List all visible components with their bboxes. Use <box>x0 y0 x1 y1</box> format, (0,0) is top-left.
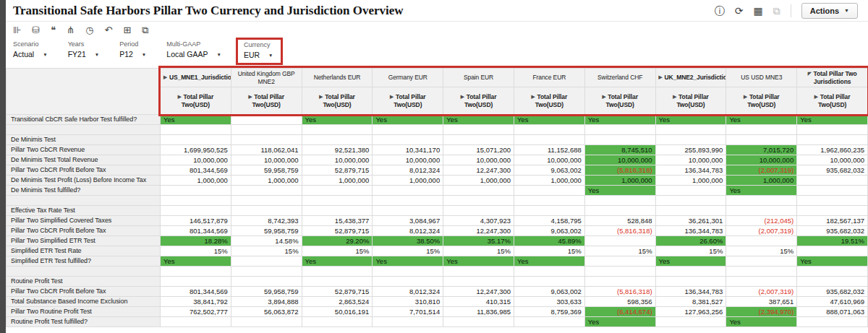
pov-member-dropdown[interactable]: P12▼ <box>119 50 146 59</box>
detach-grid-icon[interactable]: ⧉ <box>142 25 148 35</box>
expand-icon[interactable]: ▶ <box>602 94 605 99</box>
grid-cell[interactable]: 387,651 <box>726 297 797 307</box>
grid-cell[interactable] <box>584 206 655 216</box>
grid-cell[interactable] <box>514 135 584 145</box>
grid-cell[interactable]: 127,963,256 <box>655 307 726 317</box>
grid-cell[interactable]: 19.51% <box>797 236 868 246</box>
grid-cell[interactable] <box>726 125 797 135</box>
grid-cell[interactable]: 136,344,783 <box>655 165 726 176</box>
grid-cell[interactable]: 598,356 <box>584 297 655 307</box>
grid-cell[interactable]: 888,071,063 <box>797 307 868 317</box>
grid-cell[interactable]: 303,633 <box>514 297 584 307</box>
grid-cell[interactable]: 15% <box>161 246 231 256</box>
grid-cell[interactable]: 29.20% <box>302 236 373 246</box>
column-header[interactable]: ▶UK_MNE2_Jurisdiction <box>655 69 726 87</box>
grid-cell[interactable]: 52,879,715 <box>302 287 373 297</box>
grid-cell[interactable]: (5,816,318) <box>584 287 655 297</box>
grid-cell[interactable] <box>514 196 584 206</box>
grid-cell[interactable] <box>584 196 655 206</box>
grid-cell[interactable]: 1,000,000 <box>655 176 726 186</box>
grid-cell[interactable]: 18.28% <box>161 236 231 246</box>
grid-cell[interactable]: 136,344,783 <box>655 226 726 236</box>
column-header[interactable]: US USD MNE3 <box>726 69 797 87</box>
grid-cell[interactable]: 52,879,715 <box>302 226 373 236</box>
grid-cell[interactable] <box>726 135 797 145</box>
grid-cell[interactable]: 10,000,000 <box>726 155 797 165</box>
grid-cell[interactable] <box>797 206 868 216</box>
grid-cell[interactable] <box>302 135 373 145</box>
measure-header[interactable]: ▶Total Pillar Two(USD) <box>373 87 443 115</box>
grid-cell[interactable]: Yes <box>655 115 726 125</box>
grid-cell[interactable] <box>373 277 443 287</box>
grid-cell[interactable]: 410,315 <box>443 297 514 307</box>
grid-cell[interactable]: 3,084,967 <box>373 216 443 226</box>
grid-cell[interactable]: Yes <box>726 115 797 125</box>
grid-cell[interactable] <box>443 186 514 196</box>
expand-icon[interactable]: ▶ <box>659 74 663 79</box>
grid-cell[interactable] <box>373 186 443 196</box>
grid-cell[interactable] <box>231 277 302 287</box>
grid-cell[interactable]: Yes <box>161 115 231 125</box>
pov-member-dropdown[interactable]: FY21▼ <box>68 50 100 59</box>
grid-cell[interactable]: 10,000,000 <box>231 155 302 165</box>
grid-cell[interactable]: 10,000,000 <box>161 155 231 165</box>
expand-icon[interactable]: ▶ <box>178 94 182 99</box>
grid-cell[interactable] <box>655 206 726 216</box>
pov-member-dropdown[interactable]: Local GAAP▼ <box>166 50 221 59</box>
grid-cell[interactable]: Yes <box>373 115 443 125</box>
pov-member-dropdown[interactable]: Actual▼ <box>13 50 48 59</box>
grid-cell[interactable]: Yes <box>443 256 514 267</box>
grid-cell[interactable]: 26.60% <box>655 236 726 246</box>
grid-cell[interactable] <box>655 125 726 135</box>
grid-cell[interactable]: 935,682,032 <box>797 287 868 297</box>
column-header[interactable]: ▶US_MNE1_Jurisdiction <box>161 69 231 87</box>
grid-cell[interactable] <box>514 277 584 287</box>
grid-cell[interactable]: 52,879,715 <box>302 165 373 176</box>
grid-cell[interactable] <box>797 277 868 287</box>
grid-cell[interactable]: 10,341,170 <box>373 145 443 155</box>
column-header[interactable]: Spain EUR <box>443 69 514 87</box>
grid-cell[interactable]: Yes <box>726 186 797 196</box>
grid-cell[interactable] <box>655 196 726 206</box>
grid-cell[interactable] <box>302 317 373 327</box>
grid-cell[interactable] <box>302 206 373 216</box>
grid-cell[interactable]: 8,012,324 <box>373 165 443 176</box>
grid-cell[interactable] <box>726 206 797 216</box>
grid-cell[interactable]: 10,000,000 <box>514 155 584 165</box>
grid-cell[interactable]: 9,063,002 <box>514 165 584 176</box>
grid-cell[interactable] <box>302 125 373 135</box>
grid-cell[interactable]: 146,517,879 <box>161 216 231 226</box>
grid-cell[interactable] <box>726 256 797 267</box>
grid-cell[interactable] <box>514 206 584 216</box>
measure-header[interactable]: ▶Total Pillar Two(USD) <box>231 87 302 115</box>
grid-cell[interactable] <box>584 125 655 135</box>
grid-cell[interactable]: 47,610,969 <box>797 297 868 307</box>
grid-cell[interactable] <box>302 196 373 206</box>
grid-cell[interactable]: 59,958,759 <box>231 165 302 176</box>
grid-cell[interactable] <box>797 267 868 277</box>
grid-cell[interactable]: 1,962,860,235 <box>797 145 868 155</box>
grid-cell[interactable]: 7,015,720 <box>726 145 797 155</box>
column-header[interactable]: Germany EUR <box>373 69 443 87</box>
grid-cell[interactable] <box>584 135 655 145</box>
grid-cell[interactable]: 1,699,950,525 <box>161 145 231 155</box>
grid-cell[interactable]: (2,007,319) <box>726 165 797 176</box>
grid-cell[interactable] <box>373 267 443 277</box>
grid-cell[interactable] <box>797 317 868 327</box>
column-header[interactable]: Switzerland CHF <box>584 69 655 87</box>
measure-header[interactable]: ▶Total Pillar Two(USD) <box>161 87 231 115</box>
measure-header[interactable]: ▶Total Pillar Two(USD) <box>443 87 514 115</box>
grid-cell[interactable]: 45.89% <box>514 236 584 246</box>
grid-cell[interactable]: 8,012,324 <box>373 287 443 297</box>
grid-cell[interactable]: Yes <box>797 115 868 125</box>
grid-cell[interactable]: 35.17% <box>443 236 514 246</box>
grid-cell[interactable] <box>161 186 231 196</box>
grid-cell[interactable]: Yes <box>797 256 868 267</box>
grid-cell[interactable]: 9,063,002 <box>514 226 584 236</box>
grid-cell[interactable] <box>161 125 231 135</box>
grid-cell[interactable]: 56,063,872 <box>231 307 302 317</box>
grid-cell[interactable] <box>514 186 584 196</box>
grid-cell[interactable]: Yes <box>584 186 655 196</box>
column-header[interactable]: ◤Total Pillar Two Jurisdictions <box>797 69 868 87</box>
grid-cell[interactable] <box>797 125 868 135</box>
